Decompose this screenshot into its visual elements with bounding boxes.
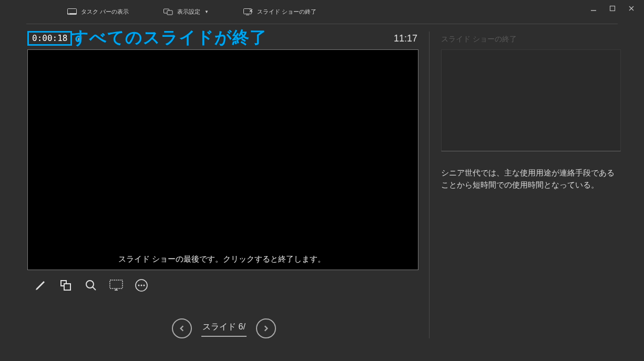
svg-rect-8 [167, 11, 172, 15]
slide-end-message: スライド ショーの最後です。クリックすると終了します。 [118, 254, 325, 264]
end-slideshow-label: スライド ショーの終了 [257, 8, 316, 16]
timer-row: 0:00:18 すべてのスライドが終了 11:17 [27, 32, 421, 45]
black-screen-button[interactable] [108, 277, 124, 293]
display-settings-icon [163, 8, 173, 16]
next-slide-panel: スライド ショーの終了 シニア世代では、主な使用用途が連絡手段であることから短時… [429, 32, 621, 338]
svg-point-25 [144, 285, 145, 286]
see-all-slides-button[interactable] [58, 277, 74, 293]
window-controls [588, 3, 637, 14]
display-settings-label: 表示設定 [177, 8, 200, 16]
zoom-button[interactable] [83, 277, 99, 293]
slide-navigation: スライド 6/ [27, 318, 421, 338]
svg-rect-16 [64, 284, 70, 290]
close-button[interactable] [626, 3, 637, 14]
maximize-button[interactable] [607, 3, 618, 14]
taskbar-icon [67, 8, 77, 16]
current-time: 11:17 [394, 33, 421, 44]
menu-bar: タスク バーの表示 表示設定 ▼ スライド ショーの終了 [26, 0, 618, 24]
chevron-down-icon: ▼ [205, 9, 209, 14]
current-slide-panel: 0:00:18 すべてのスライドが終了 11:17 スライド ショーの最後です。… [27, 32, 421, 338]
end-slideshow-icon [243, 8, 253, 16]
svg-rect-19 [110, 280, 122, 288]
next-slide-button[interactable] [256, 318, 276, 338]
svg-point-24 [141, 285, 142, 286]
end-slideshow-button[interactable]: スライド ショーの終了 [234, 8, 326, 16]
current-slide-view[interactable]: スライド ショーの最後です。クリックすると終了します。 [27, 49, 418, 270]
previous-slide-button[interactable] [172, 318, 192, 338]
svg-point-23 [138, 285, 140, 286]
more-options-button[interactable] [134, 277, 149, 293]
speaker-notes: シニア世代では、主な使用用途が連絡手段であることから短時間での使用時間となってい… [441, 167, 621, 191]
annotation-overlay: すべてのスライドが終了 [71, 26, 267, 49]
minimize-button[interactable] [588, 3, 599, 14]
pen-tool-button[interactable] [33, 277, 48, 293]
show-taskbar-label: タスク バーの表示 [81, 8, 129, 16]
next-slide-preview[interactable] [441, 49, 621, 151]
slide-number-indicator[interactable]: スライド 6/ [201, 321, 247, 337]
content-area: 0:00:18 すべてのスライドが終了 11:17 スライド ショーの最後です。… [0, 24, 644, 338]
svg-rect-6 [68, 13, 69, 14]
show-taskbar-button[interactable]: タスク バーの表示 [58, 8, 138, 16]
svg-point-17 [86, 281, 94, 288]
svg-rect-1 [610, 6, 615, 11]
presenter-tools [27, 270, 421, 293]
elapsed-timer: 0:00:18 [27, 31, 72, 46]
display-settings-button[interactable]: 表示設定 ▼ [154, 8, 218, 16]
svg-line-18 [93, 287, 96, 290]
next-slide-title: スライド ショーの終了 [441, 35, 621, 44]
